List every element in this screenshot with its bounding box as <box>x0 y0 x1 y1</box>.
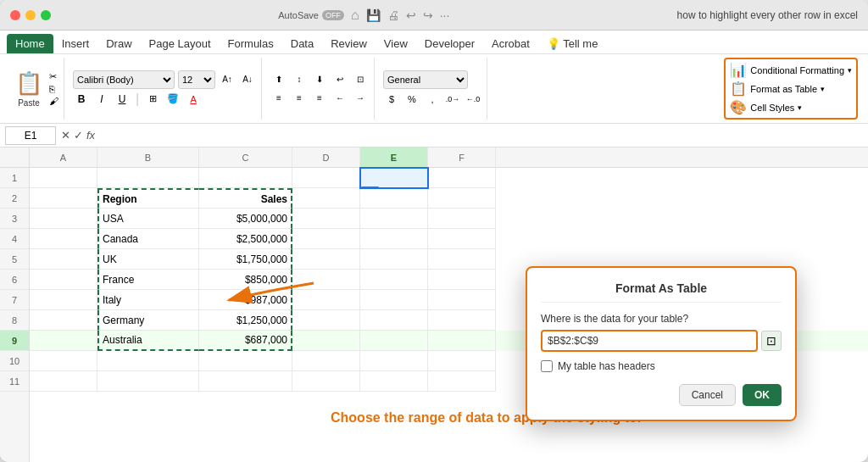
indent-decrease-btn[interactable]: ← <box>331 90 348 107</box>
row-3[interactable]: 3 <box>0 209 29 229</box>
align-top-btn[interactable]: ⬆ <box>270 71 287 88</box>
row-2[interactable]: 2 <box>0 188 29 209</box>
cell-b3[interactable]: USA <box>97 209 199 229</box>
cell-c2[interactable]: Sales <box>199 188 292 209</box>
cell-b8[interactable]: Germany <box>97 310 199 331</box>
cell-c8[interactable]: $1,250,000 <box>199 310 292 331</box>
headers-checkbox[interactable] <box>541 360 553 372</box>
cell-b10[interactable] <box>97 351 199 371</box>
row-6[interactable]: 6 <box>0 270 29 290</box>
merge-btn[interactable]: ⊡ <box>352 71 369 88</box>
cell-b5[interactable]: UK <box>97 249 199 270</box>
close-button[interactable] <box>10 10 20 20</box>
cell-b9[interactable]: Australia <box>97 331 199 351</box>
cell-d4[interactable] <box>292 229 360 249</box>
font-name-select[interactable]: Calibri (Body) <box>73 70 175 89</box>
row-1[interactable]: 1 <box>0 168 29 188</box>
cell-styles-btn[interactable]: 🎨 Cell Styles ▾ <box>727 98 854 116</box>
cell-b1[interactable] <box>97 168 199 188</box>
cell-a10[interactable] <box>30 351 97 371</box>
format-painter-icon[interactable]: 🖌 <box>49 96 58 106</box>
cell-a2[interactable] <box>30 188 97 209</box>
menu-data[interactable]: Data <box>282 34 322 53</box>
cell-e4[interactable] <box>360 229 428 249</box>
font-decrease-btn[interactable]: A↓ <box>239 71 256 88</box>
col-b[interactable]: B <box>97 148 199 167</box>
cell-c7[interactable]: $987,000 <box>199 290 292 310</box>
fill-color-button[interactable]: 🪣 <box>164 91 181 108</box>
cancel-formula-icon[interactable]: ✕ <box>61 129 70 142</box>
cell-e2[interactable] <box>360 188 428 209</box>
cell-f7[interactable] <box>428 290 496 310</box>
cell-c9[interactable]: $687,000 <box>199 331 292 351</box>
cell-a3[interactable] <box>30 209 97 229</box>
confirm-formula-icon[interactable]: ✓ <box>74 129 83 142</box>
row-11[interactable]: 11 <box>0 371 29 392</box>
col-c[interactable]: C <box>199 148 292 167</box>
cell-f11[interactable] <box>428 371 496 392</box>
cell-d11[interactable] <box>292 371 360 392</box>
minimize-button[interactable] <box>25 10 36 20</box>
cell-b6[interactable]: France <box>97 270 199 290</box>
cell-d10[interactable] <box>292 351 360 371</box>
italic-button[interactable]: I <box>93 91 110 108</box>
col-e[interactable]: E <box>360 148 428 167</box>
cell-a5[interactable] <box>30 249 97 270</box>
cell-a4[interactable] <box>30 229 97 249</box>
cell-e3[interactable] <box>360 209 428 229</box>
cell-b4[interactable]: Canada <box>97 229 199 249</box>
cell-c3[interactable]: $5,000,000 <box>199 209 292 229</box>
formula-input[interactable] <box>100 130 863 142</box>
cell-e5[interactable] <box>360 249 428 270</box>
menu-insert[interactable]: Insert <box>53 34 98 53</box>
dialog-range-input[interactable] <box>541 330 758 352</box>
cell-f10[interactable] <box>428 351 496 371</box>
autosave-toggle[interactable]: OFF <box>322 10 344 20</box>
paste-button[interactable]: 📋 Paste <box>10 67 47 111</box>
menu-tell-me[interactable]: 💡 Tell me <box>538 34 607 53</box>
font-size-select[interactable]: 12 <box>178 70 215 89</box>
cell-d1[interactable] <box>292 168 360 188</box>
insert-function-icon[interactable]: fx <box>86 129 95 142</box>
cell-d7[interactable] <box>292 290 360 310</box>
bold-button[interactable]: B <box>73 91 90 108</box>
decimal-inc-btn[interactable]: .0→ <box>444 91 461 108</box>
cancel-button[interactable]: Cancel <box>679 384 736 406</box>
row-10[interactable]: 10 <box>0 351 29 371</box>
cell-d6[interactable] <box>292 270 360 290</box>
cell-c1[interactable] <box>199 168 292 188</box>
cell-e1[interactable]: E1 <box>360 168 428 188</box>
cell-b11[interactable] <box>97 371 199 392</box>
currency-btn[interactable]: $ <box>383 91 400 108</box>
cell-a9[interactable] <box>30 331 97 351</box>
cell-f8[interactable] <box>428 310 496 331</box>
cell-c5[interactable]: $1,750,000 <box>199 249 292 270</box>
cell-b2[interactable]: Region <box>97 188 199 209</box>
menu-formulas[interactable]: Formulas <box>220 34 282 53</box>
row-5[interactable]: 5 <box>0 249 29 270</box>
cell-a6[interactable] <box>30 270 97 290</box>
cell-b7[interactable]: Italy <box>97 290 199 310</box>
cell-d3[interactable] <box>292 209 360 229</box>
cell-f6[interactable] <box>428 270 496 290</box>
cell-f1[interactable] <box>428 168 496 188</box>
col-d[interactable]: D <box>292 148 360 167</box>
font-increase-btn[interactable]: A↑ <box>219 71 236 88</box>
format-as-table-btn[interactable]: 📋 Format as Table ▾ <box>727 80 854 97</box>
cell-c6[interactable]: $850,000 <box>199 270 292 290</box>
undo-icon[interactable]: ↩ <box>406 8 416 22</box>
name-box[interactable] <box>5 126 56 145</box>
col-a[interactable]: A <box>30 148 97 167</box>
row-9[interactable]: 9 <box>0 331 29 351</box>
maximize-button[interactable] <box>41 10 51 20</box>
cell-e9[interactable] <box>360 331 428 351</box>
align-bottom-btn[interactable]: ⬇ <box>311 71 328 88</box>
number-format-select[interactable]: General <box>383 70 468 89</box>
cell-a7[interactable] <box>30 290 97 310</box>
cell-f2[interactable] <box>428 188 496 209</box>
underline-button[interactable]: U <box>114 91 131 108</box>
menu-view[interactable]: View <box>376 34 416 53</box>
row-4[interactable]: 4 <box>0 229 29 249</box>
align-center-btn[interactable]: ≡ <box>291 90 308 107</box>
cell-e10[interactable] <box>360 351 428 371</box>
